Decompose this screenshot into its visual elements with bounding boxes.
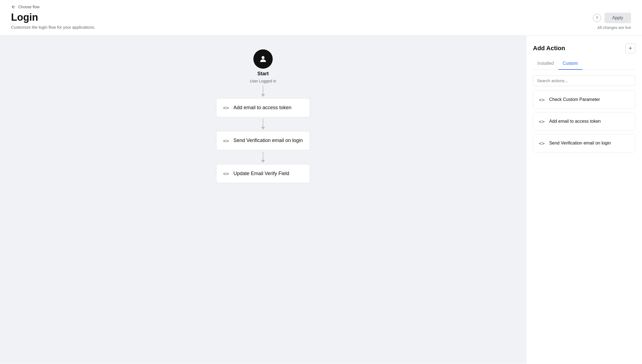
action-card-0[interactable]: <> Check Custom Parameter (533, 90, 635, 109)
node-label-1: Add email to access token (234, 105, 291, 111)
page-title: Login (11, 12, 95, 23)
card-icon-1: <> (539, 119, 545, 124)
start-name: Start (257, 71, 269, 77)
svg-point-1 (262, 56, 265, 59)
start-sub: User Logged In (250, 79, 276, 83)
card-label-0: Check Custom Parameter (549, 97, 600, 103)
help-icon[interactable]: ? (593, 14, 601, 22)
flow-node-1[interactable]: <> Add email to access token (216, 98, 310, 117)
apply-button[interactable]: Apply (604, 13, 631, 23)
tab-custom[interactable]: Custom (558, 59, 582, 70)
sidebar: Add Action + Installed Custom <> Check C… (526, 36, 642, 364)
flow-canvas: Start User Logged In <> Add email to acc… (0, 36, 526, 364)
connector-1 (261, 84, 265, 98)
node-icon-1: <> (223, 105, 229, 111)
node-label-3: Update Email Verify Field (234, 170, 289, 177)
start-node: Start User Logged In (250, 49, 276, 83)
action-card-2[interactable]: <> Send Verification email on login (533, 134, 635, 152)
start-icon (253, 49, 273, 69)
add-action-button[interactable]: + (625, 43, 635, 53)
back-label: Choose flow (18, 5, 39, 9)
node-icon-2: <> (223, 138, 229, 144)
sidebar-title: Add Action (533, 45, 565, 52)
sidebar-tabs: Installed Custom (533, 59, 635, 70)
flow-node-2[interactable]: <> Send Verification email on login (216, 131, 310, 150)
back-link[interactable]: Choose flow (11, 4, 631, 9)
connector-3 (261, 150, 265, 164)
search-input[interactable] (533, 75, 635, 86)
tab-installed[interactable]: Installed (533, 59, 558, 70)
connector-2 (261, 117, 265, 131)
flow-node-3[interactable]: <> Update Email Verify Field (216, 164, 310, 183)
card-icon-2: <> (539, 140, 545, 146)
card-label-1: Add email to access token (549, 119, 601, 124)
page-subtitle: Customize the login flow for your applic… (11, 25, 95, 30)
node-label-2: Send Verification email on login (234, 137, 303, 144)
card-icon-0: <> (539, 97, 545, 103)
card-label-2: Send Verification email on login (549, 140, 611, 146)
node-icon-3: <> (223, 171, 229, 176)
action-card-1[interactable]: <> Add email to access token (533, 112, 635, 131)
live-status: All changes are live (598, 25, 631, 30)
